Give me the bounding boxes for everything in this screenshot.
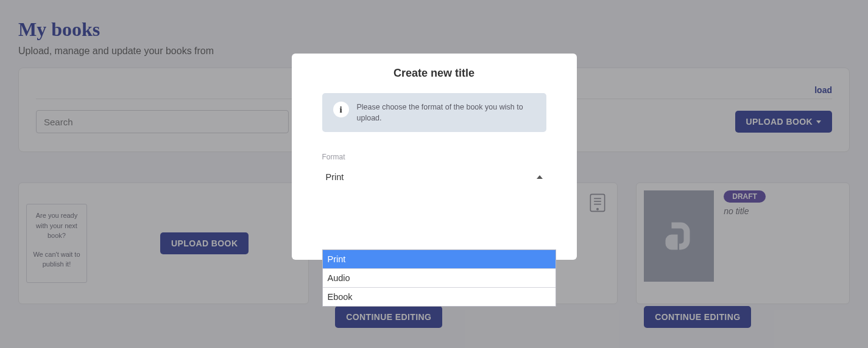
- info-box: i Please choose the format of the book y…: [322, 93, 546, 132]
- info-icon: i: [333, 102, 349, 117]
- format-selected-value: Print: [326, 172, 344, 182]
- format-option-print[interactable]: Print: [323, 250, 556, 269]
- format-option-ebook[interactable]: Ebook: [323, 288, 556, 306]
- format-label: Format: [322, 153, 546, 161]
- create-title-modal: Create new title i Please choose the for…: [292, 54, 577, 260]
- triangle-up-icon: [537, 175, 543, 179]
- format-option-audio[interactable]: Audio: [323, 269, 556, 288]
- format-dropdown: Print Audio Ebook: [322, 249, 556, 307]
- modal-title: Create new title: [312, 67, 556, 80]
- modal-overlay[interactable]: Create new title i Please choose the for…: [0, 0, 868, 348]
- format-select[interactable]: Print: [322, 166, 546, 188]
- info-text: Please choose the format of the book you…: [357, 102, 535, 124]
